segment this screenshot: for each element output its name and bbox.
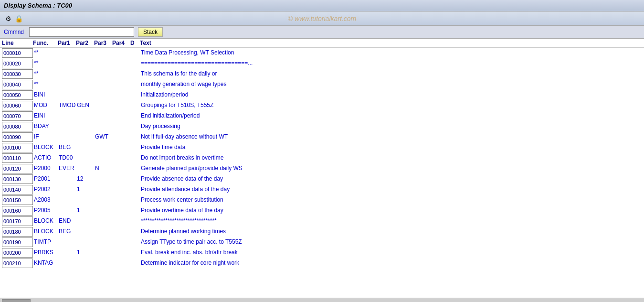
table-row[interactable]: 000200 PBRKS 1 Eval. break end inc. abs.…: [0, 248, 644, 258]
cell-par3: [95, 153, 113, 163]
bottom-scrollbar[interactable]: [0, 298, 644, 302]
cell-line: 000120: [2, 164, 33, 173]
cell-par2: [77, 59, 95, 68]
cell-text: Generate planned pair/provide daily WS: [141, 164, 642, 173]
table-row[interactable]: 000100 BLOCK BEG Provide time data: [0, 142, 644, 153]
cell-par1: EVER: [59, 164, 77, 173]
cell-par1: [59, 185, 77, 194]
cell-par1: BEG: [59, 143, 77, 152]
table-row[interactable]: 000060 MOD TMOD GEN Groupings for T510S,…: [0, 100, 644, 111]
table-row[interactable]: 000120 P2000 EVER N Generate planned pai…: [0, 163, 644, 174]
cell-func: A2003: [34, 195, 59, 205]
cell-text: Provide attendance data of the day: [141, 185, 642, 194]
settings-icon[interactable]: ⚙: [4, 14, 12, 23]
cell-par4: [113, 111, 131, 121]
cell-par2: [77, 69, 95, 79]
cell-line: 000180: [2, 227, 33, 237]
table-row[interactable]: 000140 P2002 1 Provide attendance data o…: [0, 184, 644, 195]
cell-func: **: [34, 59, 59, 68]
cell-par2: GEN: [77, 101, 95, 110]
cmmnd-input[interactable]: [29, 27, 134, 37]
cell-text: Provide overtime data of the day: [141, 206, 642, 216]
cell-par1: [59, 259, 77, 268]
cell-func: EINI: [34, 111, 59, 121]
cell-par4: [113, 185, 131, 194]
watermark: © www.tutorialkart.com: [288, 15, 356, 22]
cell-line: 000210: [2, 259, 33, 268]
table-row[interactable]: 000030 ** This schema is for the daily o…: [0, 69, 644, 79]
cell-text: Determine planned working times: [141, 227, 642, 237]
table-row[interactable]: 000180 BLOCK BEG Determine planned worki…: [0, 226, 644, 237]
cell-par4: [113, 164, 131, 173]
cell-line: 000080: [2, 122, 33, 131]
cell-par4: [113, 153, 131, 163]
table-row[interactable]: 000150 A2003 Process work center substit…: [0, 195, 644, 205]
cell-text: This schema is for the daily or: [141, 69, 642, 79]
cell-par3: [95, 111, 113, 121]
table-row[interactable]: 000070 EINI End initialization/period: [0, 111, 644, 121]
cell-text: Day processing: [141, 122, 642, 131]
table-row[interactable]: 000190 TIMTP Assign TType to time pair a…: [0, 237, 644, 248]
lock-icon[interactable]: 🔒: [14, 14, 23, 23]
cell-d: [131, 164, 141, 173]
table-row[interactable]: 000130 P2001 12 Provide absence data of …: [0, 174, 644, 184]
cell-line: 000070: [2, 111, 33, 121]
stack-button[interactable]: Stack: [138, 27, 163, 37]
cell-func: P2001: [34, 174, 59, 184]
table-row[interactable]: 000090 IF GWT Not if full-day absence wi…: [0, 132, 644, 142]
table-row[interactable]: 000040 ** monthly generation of wage typ…: [0, 79, 644, 90]
cell-text: Not if full-day absence without WT: [141, 132, 642, 142]
cell-text: End initialization/period: [141, 111, 642, 121]
cell-d: [131, 237, 141, 247]
cell-par2: [77, 80, 95, 89]
header-par1: Par1: [58, 40, 76, 46]
cell-text: Groupings for T510S, T555Z: [141, 101, 642, 110]
cell-par4: [113, 174, 131, 184]
cell-par2: [77, 122, 95, 131]
cell-d: [131, 122, 141, 131]
cell-line: 000140: [2, 185, 33, 194]
cell-par2: [77, 132, 95, 142]
table-row[interactable]: 000020 ** ==============================…: [0, 58, 644, 69]
cell-par1: [59, 90, 77, 100]
cell-func: BLOCK: [34, 227, 59, 237]
cell-d: [131, 132, 141, 142]
cell-par3: [95, 143, 113, 152]
table-row[interactable]: 000160 P2005 1 Provide overtime data of …: [0, 205, 644, 216]
table-row[interactable]: 000110 ACTIO TD00 Do not import breaks i…: [0, 153, 644, 163]
column-headers: Line Func. Par1 Par2 Par3 Par4 D Text: [0, 39, 644, 48]
cell-text: Eval. break end inc. abs. bfr/aftr break: [141, 248, 642, 258]
cell-func: **: [34, 69, 59, 79]
cell-line: 000130: [2, 174, 33, 184]
cell-par1: [59, 206, 77, 216]
cell-text: Process work center substitution: [141, 195, 642, 205]
scroll-thumb[interactable]: [2, 299, 31, 302]
header-func: Func.: [33, 40, 58, 46]
cell-par2: [77, 143, 95, 152]
table-row[interactable]: 000170 BLOCK END ***********************…: [0, 216, 644, 226]
cell-par2: 1: [77, 248, 95, 258]
main-content: Line Func. Par1 Par2 Par3 Par4 D Text 00…: [0, 39, 644, 298]
cell-par2: [77, 227, 95, 237]
table-row[interactable]: 000010 ** Time Data Processing, WT Selec…: [0, 48, 644, 58]
cell-par4: [113, 90, 131, 100]
cell-line: 000010: [2, 48, 33, 58]
title-bar: Display Schema : TC00: [0, 0, 644, 11]
cell-par4: [113, 227, 131, 237]
cell-par3: [95, 69, 113, 79]
cell-d: [131, 216, 141, 226]
cell-d: [131, 259, 141, 268]
cell-par4: [113, 69, 131, 79]
cell-func: BINI: [34, 90, 59, 100]
cell-text: Provide absence data of the day: [141, 174, 642, 184]
cell-par4: [113, 132, 131, 142]
cell-par2: 12: [77, 174, 95, 184]
table-row[interactable]: 000080 BDAY Day processing: [0, 121, 644, 132]
table-row[interactable]: 000210 KNTAG Determine indicator for cor…: [0, 258, 644, 269]
cell-text: **********************************: [141, 216, 642, 226]
cell-d: [131, 48, 141, 58]
cell-func: ACTIO: [34, 153, 59, 163]
table-row[interactable]: 000050 BINI Initialization/period: [0, 90, 644, 100]
table-body: 000010 ** Time Data Processing, WT Selec…: [0, 48, 644, 269]
cell-d: [131, 111, 141, 121]
